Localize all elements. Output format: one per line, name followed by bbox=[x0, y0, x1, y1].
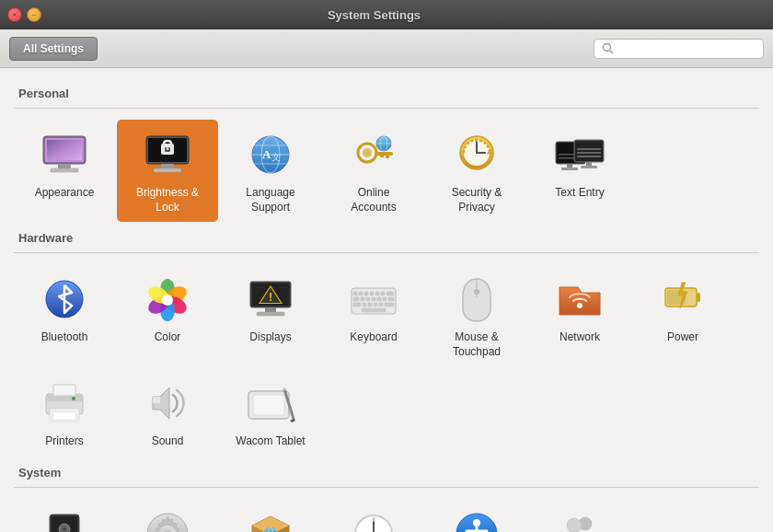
svg-rect-60 bbox=[265, 307, 276, 312]
svg-rect-46 bbox=[581, 166, 597, 168]
svg-point-97 bbox=[77, 397, 81, 400]
appearance-icon bbox=[39, 129, 90, 180]
online-accounts-item[interactable]: OnlineAccounts bbox=[323, 120, 424, 222]
svg-rect-40 bbox=[577, 156, 601, 157]
user-accounts-item[interactable]: UserAccounts bbox=[529, 499, 630, 532]
system-grid: Backups Detai bbox=[14, 499, 759, 532]
wacom-tablet-label: Wacom Tablet bbox=[236, 434, 305, 449]
power-item[interactable]: Power bbox=[632, 264, 733, 366]
keyboard-label: Keyboard bbox=[350, 330, 397, 345]
svg-rect-68 bbox=[381, 292, 385, 295]
svg-rect-71 bbox=[361, 297, 364, 301]
language-support-icon: A 文 bbox=[245, 129, 296, 180]
displays-label: Displays bbox=[249, 330, 291, 345]
svg-point-86 bbox=[577, 303, 583, 308]
online-accounts-label: OnlineAccounts bbox=[351, 186, 396, 214]
power-icon bbox=[657, 273, 709, 325]
titlebar: × − System Settings bbox=[0, 0, 773, 29]
svg-rect-24 bbox=[386, 152, 389, 158]
color-icon bbox=[142, 273, 193, 325]
svg-rect-43 bbox=[567, 164, 572, 168]
svg-rect-39 bbox=[575, 141, 603, 161]
wacom-tablet-icon bbox=[245, 377, 296, 429]
svg-rect-74 bbox=[377, 297, 381, 301]
svg-rect-70 bbox=[353, 297, 359, 301]
brightness-lock-icon bbox=[142, 129, 193, 180]
window-controls: × − bbox=[7, 7, 41, 22]
all-settings-button[interactable]: All Settings bbox=[9, 37, 98, 61]
svg-rect-81 bbox=[379, 303, 383, 306]
svg-rect-88 bbox=[697, 293, 700, 302]
brightness-lock-item[interactable]: Brightness &Lock bbox=[117, 120, 218, 222]
svg-rect-76 bbox=[388, 297, 394, 301]
text-entry-icon bbox=[554, 129, 606, 180]
svg-rect-6 bbox=[51, 168, 78, 172]
main-content: Personal bbox=[0, 68, 773, 532]
backups-icon bbox=[39, 508, 90, 532]
language-support-item[interactable]: A 文 LanguageSupport bbox=[220, 120, 321, 222]
appearance-label: Appearance bbox=[35, 186, 95, 201]
time-date-icon bbox=[348, 508, 399, 532]
toolbar: All Settings bbox=[0, 29, 773, 68]
svg-line-103 bbox=[283, 388, 285, 390]
displays-icon: ! bbox=[245, 273, 296, 325]
minimize-button[interactable]: − bbox=[27, 7, 41, 22]
backups-item[interactable]: Backups bbox=[14, 499, 115, 532]
color-label: Color bbox=[155, 330, 181, 345]
svg-rect-61 bbox=[257, 312, 284, 316]
printers-label: Printers bbox=[45, 434, 83, 449]
security-privacy-label: Security &Privacy bbox=[452, 186, 502, 214]
sound-item[interactable]: Sound bbox=[117, 368, 218, 457]
svg-rect-63 bbox=[353, 292, 357, 295]
sound-icon bbox=[142, 377, 193, 429]
personal-divider bbox=[14, 108, 759, 109]
svg-rect-13 bbox=[154, 168, 181, 172]
software-updates-item[interactable]: Software &Updates bbox=[220, 499, 321, 532]
network-item[interactable]: Network bbox=[529, 264, 630, 366]
security-privacy-item[interactable]: Security &Privacy bbox=[426, 120, 527, 222]
svg-rect-75 bbox=[383, 297, 386, 301]
svg-point-136 bbox=[567, 518, 582, 532]
keyboard-item[interactable]: Keyboard bbox=[323, 264, 424, 366]
svg-rect-77 bbox=[353, 303, 361, 306]
brightness-lock-label: Brightness &Lock bbox=[136, 186, 199, 214]
personal-grid: Appearance Brightness &Lock bbox=[14, 120, 759, 222]
printers-item[interactable]: Printers bbox=[14, 368, 115, 457]
text-entry-item[interactable]: Text Entry bbox=[529, 120, 630, 222]
search-box bbox=[594, 39, 764, 59]
mouse-touchpad-label: Mouse &Touchpad bbox=[453, 330, 501, 359]
online-accounts-icon bbox=[348, 129, 399, 180]
close-button[interactable]: × bbox=[7, 7, 22, 22]
svg-marker-99 bbox=[153, 397, 160, 403]
window-title: System Settings bbox=[47, 8, 701, 22]
hardware-grid: Bluetooth Color bbox=[14, 264, 759, 457]
search-icon bbox=[602, 42, 614, 54]
svg-rect-101 bbox=[253, 395, 284, 415]
svg-point-96 bbox=[72, 397, 75, 400]
svg-rect-72 bbox=[366, 297, 370, 301]
text-entry-label: Text Entry bbox=[555, 186, 604, 201]
svg-point-0 bbox=[604, 44, 611, 52]
sound-label: Sound bbox=[152, 434, 184, 449]
details-item[interactable]: Details bbox=[117, 499, 218, 532]
system-divider bbox=[14, 487, 759, 488]
universal-access-item[interactable]: UniversalAccess bbox=[426, 499, 527, 532]
details-icon bbox=[142, 508, 193, 532]
appearance-item[interactable]: Appearance bbox=[14, 120, 115, 222]
personal-section-label: Personal bbox=[18, 87, 759, 100]
svg-rect-83 bbox=[362, 308, 386, 312]
mouse-touchpad-item[interactable]: Mouse &Touchpad bbox=[426, 264, 527, 366]
bluetooth-item[interactable]: Bluetooth bbox=[14, 264, 115, 366]
search-input[interactable] bbox=[618, 42, 756, 55]
svg-text:A: A bbox=[262, 147, 271, 161]
mouse-touchpad-icon bbox=[451, 273, 502, 325]
wacom-tablet-item[interactable]: Wacom Tablet bbox=[220, 368, 321, 457]
svg-rect-78 bbox=[363, 303, 366, 306]
color-item[interactable]: Color bbox=[117, 264, 218, 366]
svg-rect-44 bbox=[586, 162, 592, 166]
displays-item[interactable]: ! Displays bbox=[220, 264, 321, 366]
svg-rect-4 bbox=[47, 140, 82, 160]
time-date-item[interactable]: Time & Date bbox=[323, 499, 424, 532]
power-label: Power bbox=[667, 330, 698, 345]
svg-rect-25 bbox=[380, 152, 384, 157]
